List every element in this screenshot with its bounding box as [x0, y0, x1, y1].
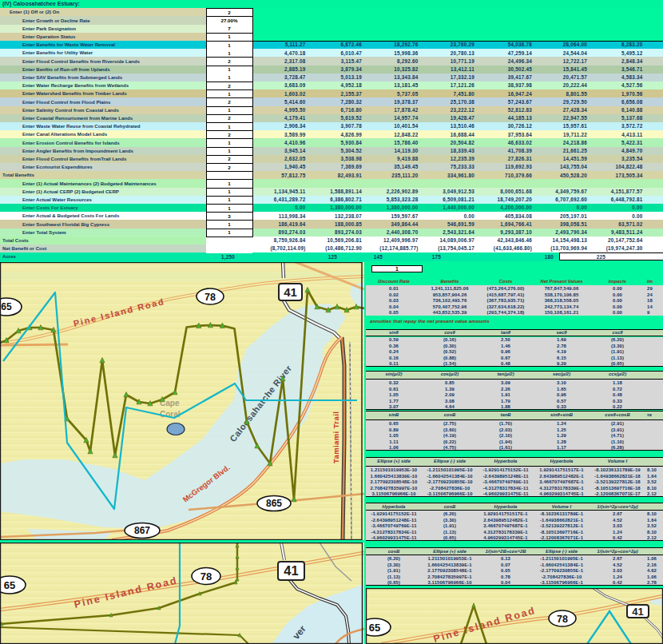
svg-text:865: 865: [266, 498, 282, 509]
svg-text:41: 41: [284, 284, 297, 298]
svg-text:78: 78: [557, 614, 568, 625]
svg-text:78: 78: [200, 570, 212, 582]
svg-text:41: 41: [284, 563, 298, 578]
svg-text:65: 65: [369, 622, 380, 634]
svg-text:Tamiami Trail: Tamiami Trail: [332, 411, 340, 463]
svg-text:65: 65: [1, 301, 12, 312]
svg-text:65: 65: [4, 579, 15, 591]
svg-text:41: 41: [632, 606, 643, 618]
svg-text:78: 78: [204, 291, 216, 302]
svg-text:867: 867: [134, 525, 150, 536]
